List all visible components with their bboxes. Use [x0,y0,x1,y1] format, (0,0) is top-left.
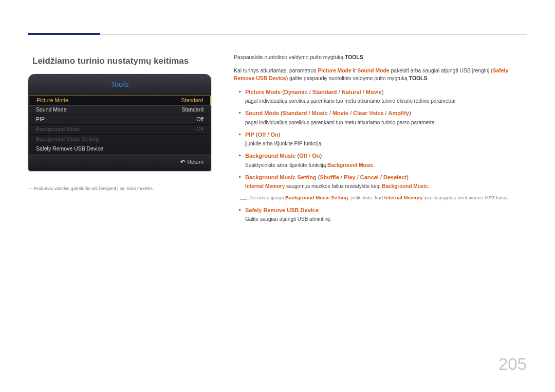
intro-paragraph-1: Paspauskite nuotolinio valdymo pulto myg… [234,53,525,62]
feature-sound-mode: Sound Mode (Standard / Music / Movie / C… [234,109,525,126]
top-rule-accent [28,33,100,35]
row-label: Sound Mode [36,106,67,114]
row-value: Standard [181,106,203,114]
top-rule [28,34,527,34]
bgms-note: Jei norite įjungti Background Music Sett… [234,194,525,202]
section-title: Leidžiamo turinio nustatymų keitimas [28,52,211,70]
feature-desc: įjunkite arba išjunkite PIP funkciją. [245,140,525,147]
feature-desc: Internal Memory saugomus muzikos failus … [245,182,525,190]
tools-row-background-music: Background Music Off [29,125,211,135]
model-image-note: Rodomas vaizdas gali skirtis atsižvelgia… [28,185,211,192]
row-label: Background Music Setting [36,135,99,143]
feature-desc: Galite saugiau atjungti USB atmintinę. [245,215,525,223]
right-column: Paspauskite nuotolinio valdymo pulto myg… [234,53,525,227]
tools-row-pip[interactable]: PIP Off [29,115,211,125]
feature-desc: Suaktyvinkite arba išjunkite funkciją Ba… [245,161,525,169]
return-label: Return [187,159,203,165]
row-value: Off [196,125,203,134]
intro-paragraph-2: Kai turinys atkuriamas, parametrus Pictu… [234,67,525,83]
row-label: PIP [36,116,45,124]
feature-list-2: Safely Remove USB Device Galite saugiau … [234,206,525,223]
feature-background-music-setting: Background Music Setting (Shuffle / Play… [234,173,525,191]
feature-list: Picture Mode (Dynamic / Standard / Natur… [234,88,525,191]
tools-row-safely-remove-usb[interactable]: Safely Remove USB Device [29,144,211,154]
tools-row-background-music-setting: Background Music Setting [29,135,211,144]
feature-desc: pagal individualius poreikius parenkami … [245,97,525,105]
tools-panel-footer: ↶Return [29,154,211,171]
return-icon: ↶ [180,158,185,166]
feature-picture-mode: Picture Mode (Dynamic / Standard / Natur… [234,88,525,105]
row-value: Standard [181,97,203,105]
tools-panel-title: Tools [29,74,211,96]
feature-desc: pagal individualius poreikius parenkami … [245,119,525,126]
tools-row-sound-mode[interactable]: Sound Mode Standard [29,105,211,115]
tools-panel-body: Picture Mode Standard Sound Mode Standar… [29,96,211,154]
left-column: Leidžiamo turinio nustatymų keitimas Too… [28,52,211,192]
row-value: Off [196,116,203,124]
row-label: Picture Mode [36,97,68,105]
page-number: 205 [498,351,527,377]
tools-panel-screenshot: Tools Picture Mode Standard Sound Mode S… [28,74,211,171]
feature-background-music: Background Music (Off / On) Suaktyvinkit… [234,152,525,169]
tools-row-picture-mode[interactable]: Picture Mode Standard [29,96,211,105]
feature-safely-remove-usb: Safely Remove USB Device Galite saugiau … [234,206,525,223]
row-label: Safely Remove USB Device [36,145,103,153]
row-label: Background Music [36,125,80,134]
feature-pip: PIP (Off / On) įjunkite arba išjunkite P… [234,130,525,148]
